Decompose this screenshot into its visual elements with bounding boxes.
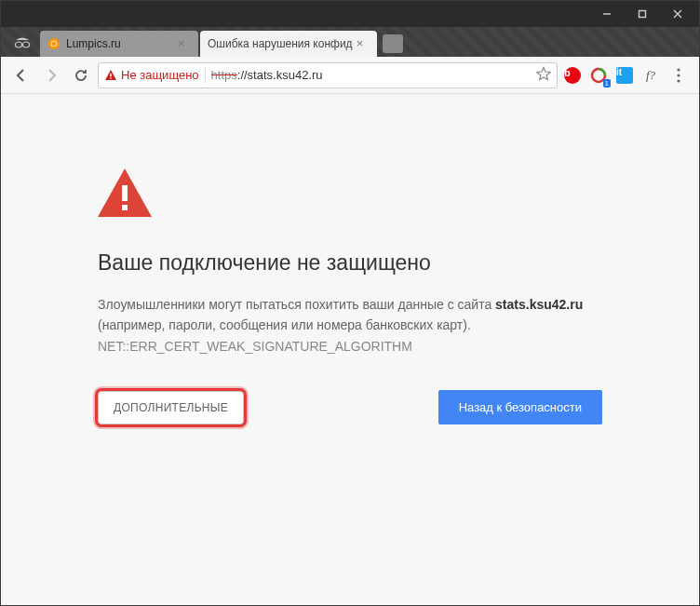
- incognito-icon: [10, 33, 34, 51]
- window-titlebar: [1, 1, 699, 27]
- extension-it-icon[interactable]: it: [613, 64, 636, 87]
- tab-title: Lumpics.ru: [66, 37, 174, 50]
- svg-rect-1: [639, 11, 646, 18]
- page-content: Ваше подключение не защищено Злоумышленн…: [1, 94, 699, 605]
- toolbar: Не защищено https://stats.ksu42.ru b 1 i…: [1, 57, 699, 94]
- error-body: Злоумышленники могут пытаться похитить в…: [98, 294, 602, 357]
- error-code: NET::ERR_CERT_WEAK_SIGNATURE_ALGORITHM: [98, 339, 412, 354]
- svg-point-5: [23, 42, 30, 47]
- svg-rect-15: [122, 205, 128, 210]
- svg-rect-9: [110, 77, 111, 78]
- security-warning[interactable]: Не защищено: [104, 68, 199, 82]
- svg-point-4: [16, 42, 22, 47]
- back-to-safety-button[interactable]: Назад к безопасности: [438, 390, 602, 424]
- extension-circle-icon[interactable]: 1: [587, 64, 610, 87]
- menu-button[interactable]: [666, 62, 692, 88]
- new-tab-button[interactable]: [383, 34, 403, 53]
- error-heading: Ваше подключение не защищено: [98, 250, 602, 276]
- warning-triangle-icon: [104, 69, 117, 82]
- security-label: Не защищено: [121, 68, 199, 82]
- minimize-button[interactable]: [589, 4, 625, 24]
- site-name: stats.ksu42.ru: [495, 297, 583, 312]
- svg-point-11: [677, 68, 680, 71]
- url-host: ://stats.ksu42.ru: [237, 68, 323, 82]
- reload-button[interactable]: [68, 62, 94, 88]
- extension-f-icon[interactable]: f?: [639, 64, 662, 87]
- close-window-button[interactable]: [660, 4, 695, 24]
- button-row: ДОПОЛНИТЕЛЬНЫЕ Назад к безопасности: [98, 390, 602, 424]
- tab-lumpics[interactable]: Lumpics.ru ×: [40, 31, 198, 57]
- tab-title: Ошибка нарушения конфид: [208, 37, 353, 50]
- svg-point-12: [677, 74, 680, 76]
- extension-badge: 1: [603, 79, 611, 88]
- svg-point-13: [677, 79, 680, 82]
- back-button[interactable]: [8, 62, 34, 88]
- body-after: (например, пароли, сообщения или номера …: [98, 317, 471, 332]
- tab-strip: Lumpics.ru × Ошибка нарушения конфид ×: [1, 27, 699, 57]
- tab-error[interactable]: Ошибка нарушения конфид ×: [200, 31, 377, 57]
- body-before: Злоумышленники могут пытаться похитить в…: [98, 297, 495, 312]
- divider: [205, 68, 206, 83]
- close-tab-button[interactable]: ×: [357, 37, 370, 50]
- favicon-icon: [47, 37, 61, 50]
- url-protocol: https: [211, 68, 237, 82]
- browser-window: Lumpics.ru × Ошибка нарушения конфид × Н…: [0, 0, 700, 606]
- maximize-button[interactable]: [625, 4, 660, 24]
- svg-rect-8: [110, 74, 111, 77]
- forward-button[interactable]: [38, 62, 64, 88]
- advanced-button[interactable]: ДОПОЛНИТЕЛЬНЫЕ: [98, 391, 244, 424]
- address-bar[interactable]: Не защищено https://stats.ksu42.ru: [98, 62, 558, 88]
- svg-rect-14: [122, 185, 128, 201]
- bookmark-star-icon[interactable]: [536, 66, 551, 84]
- extension-adblock-icon[interactable]: b: [561, 64, 584, 87]
- svg-point-6: [48, 38, 60, 49]
- url-display: https://stats.ksu42.ru: [211, 68, 531, 82]
- close-tab-button[interactable]: ×: [178, 37, 191, 50]
- warning-icon: [98, 168, 602, 221]
